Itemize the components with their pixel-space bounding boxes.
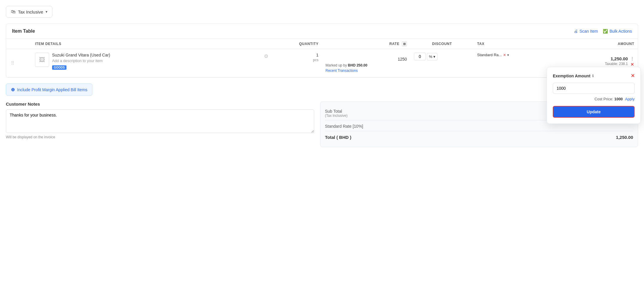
discount-cell: % ▾ xyxy=(410,49,474,77)
tax-inclusive-dropdown[interactable]: 🛍 Tax Inclusive ▾ xyxy=(6,6,52,18)
col-rate: RATE ⊞ xyxy=(322,39,411,49)
subtotal-sub-label: (Tax Inclusive) xyxy=(325,114,348,118)
table-row: ⠿ 🖼 Suzuki Grand Vitara (Used Car) Add a… xyxy=(6,49,638,77)
recent-transactions-link[interactable]: Recent Transactions xyxy=(326,69,407,73)
item-details-cell: 🖼 Suzuki Grand Vitara (Used Car) Add a d… xyxy=(35,53,268,70)
popup-close-button[interactable]: ✕ xyxy=(631,73,635,79)
item-table-title: Item Table xyxy=(12,29,35,34)
item-table-section: Item Table 🖨 Scan Item ✅ Bulk Actions IT… xyxy=(6,24,638,78)
notes-hint: Will be displayed on the invoice xyxy=(6,135,314,139)
popup-header: Exemption Amount ℹ ✕ xyxy=(553,73,635,79)
col-item-details: ITEM DETAILS xyxy=(31,39,272,49)
quantity-cell: 1 pcs xyxy=(272,49,322,77)
bulk-icon: ✅ xyxy=(603,29,608,34)
bag-icon: 🛍 xyxy=(11,9,16,14)
markup-info: Marked up by BHD 250.00 xyxy=(326,63,407,67)
tax-name: Standard Ra... xyxy=(477,53,502,57)
scan-item-button[interactable]: 🖨 Scan Item xyxy=(574,29,598,34)
chevron-down-icon: ▾ xyxy=(46,10,47,14)
item-description[interactable]: Add a description to your item xyxy=(52,59,261,63)
tax-clear-button[interactable]: ✕ xyxy=(503,53,506,57)
col-discount: DISCOUNT xyxy=(410,39,474,49)
item-table-actions: 🖨 Scan Item ✅ Bulk Actions xyxy=(574,29,632,34)
rate-settings-icon[interactable]: ⊞ xyxy=(402,41,407,46)
quantity-value[interactable]: 1 xyxy=(275,53,319,57)
total-value: 1,250.00 xyxy=(616,135,633,140)
apply-link[interactable]: Apply xyxy=(625,97,635,101)
item-name[interactable]: Suzuki Grand Vitara (Used Car) xyxy=(52,53,261,57)
popup-title: Exemption Amount ℹ xyxy=(553,74,594,78)
info-icon: ℹ xyxy=(592,74,594,78)
row-delete-button[interactable]: ✕ xyxy=(630,62,634,67)
amount-taxable: Taxable: 238.1 xyxy=(570,62,628,66)
item-image: 🖼 xyxy=(35,53,49,67)
scan-icon: 🖨 xyxy=(574,29,578,34)
tax-rate-label: Standard Rate [10%] xyxy=(325,124,363,129)
item-options-button[interactable]: ⊙ xyxy=(264,53,268,59)
item-badge: GOODS xyxy=(52,65,66,70)
rate-cell: 1250 Marked up by BHD 250.00 Recent Tran… xyxy=(322,49,411,77)
item-table-header: Item Table 🖨 Scan Item ✅ Bulk Actions xyxy=(6,24,638,39)
col-tax: TAX xyxy=(474,39,550,49)
col-quantity: QUANTITY xyxy=(272,39,322,49)
bottom-section: Customer Notes Thanks for your business.… xyxy=(6,102,638,147)
customer-notes-title: Customer Notes xyxy=(6,102,314,107)
discount-input[interactable] xyxy=(414,53,426,60)
bulk-actions-button[interactable]: ✅ Bulk Actions xyxy=(603,29,632,34)
customer-notes-section: Customer Notes Thanks for your business.… xyxy=(6,102,314,147)
tax-inclusive-label: Tax Inclusive xyxy=(18,9,43,14)
update-button[interactable]: Update xyxy=(553,106,635,118)
quantity-unit: pcs xyxy=(275,58,319,62)
drag-handle-icon[interactable]: ⠿ xyxy=(10,59,16,67)
plus-icon: ⊕ xyxy=(11,87,15,92)
rate-value[interactable]: 1250 xyxy=(326,53,407,61)
row-more-button[interactable]: ⋮ xyxy=(630,56,634,61)
tax-expand-button[interactable]: ▾ xyxy=(507,53,509,57)
item-table: ITEM DETAILS QUANTITY RATE ⊞ DISCOUNT TA… xyxy=(6,39,638,77)
item-info: Suzuki Grand Vitara (Used Car) Add a des… xyxy=(52,53,261,70)
customer-notes-textarea[interactable]: Thanks for your business. xyxy=(6,109,314,133)
cost-price-row: Cost Price: 1000 Apply xyxy=(553,97,635,101)
amount-value: 1,250.00 xyxy=(570,56,628,61)
tax-cell: Standard Ra... ✕ ▾ xyxy=(474,49,550,77)
amount-cell: 1,250.00 Taxable: 238.1 Exemption Amount… xyxy=(549,49,638,77)
exemption-amount-input[interactable] xyxy=(553,83,635,94)
total-row: Total ( BHD ) 1,250.00 xyxy=(325,132,633,142)
subtotal-label: Sub Total xyxy=(325,109,348,114)
discount-type-selector[interactable]: % ▾ xyxy=(427,53,437,60)
total-label: Total ( BHD ) xyxy=(325,135,352,140)
col-amount: AMOUNT xyxy=(549,39,638,49)
include-profit-margin-button[interactable]: ⊕ Include Profit Margin Applied Bill Ite… xyxy=(6,84,92,96)
exemption-popup: Exemption Amount ℹ ✕ Cost Price: 1000 Ap… xyxy=(547,67,641,124)
